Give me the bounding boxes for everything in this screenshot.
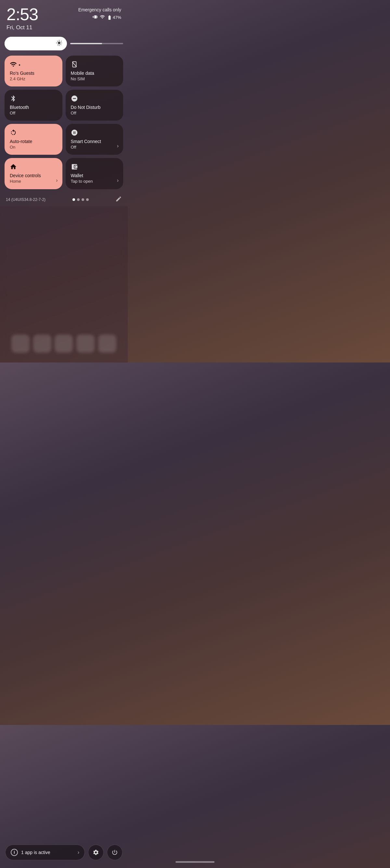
device-controls-icon [10,163,57,170]
dot-2 [77,198,79,201]
wifi-label: Ro's Guests [10,70,57,76]
battery-percent: 47% [113,15,121,20]
wallet-arrow: › [117,178,119,183]
brightness-slider[interactable] [5,37,67,51]
wallet-sub: Tap to open [71,179,118,184]
status-right: Emergency calls only 47% [78,5,121,21]
app-icon-2 [33,335,51,353]
launcher-area [0,207,128,363]
dot-1 [72,198,75,201]
dot-3 [82,198,84,201]
smart-connect-icon [71,129,118,136]
vibrate-icon [93,14,98,21]
svg-line-0 [72,62,76,67]
status-icons: 47% [93,14,121,21]
bottom-row: 14 (U4UIS34.8-22-7-2) [0,190,128,207]
mobile-sub: No SIM [71,76,118,82]
status-bar: 2:53 Fri, Oct 11 Emergency calls only 47… [0,0,128,33]
brightness-track-right[interactable] [70,43,124,44]
wallet-label: Wallet [71,173,118,179]
device-controls-sub: Home [10,179,57,184]
wifi-icon [10,61,57,68]
tile-wifi[interactable]: Ro's Guests 2.4 GHz [5,56,62,87]
smart-connect-label: Smart Connect [71,139,118,145]
smart-connect-sub: Off [71,145,118,150]
app-icon-4 [76,335,95,353]
dnd-icon [71,95,118,102]
smart-connect-arrow: › [117,143,119,149]
emergency-text: Emergency calls only [78,7,121,12]
brightness-fill [5,37,39,51]
tile-smart-connect[interactable]: Smart Connect Off › [66,124,124,155]
tile-device-controls[interactable]: Device controls Home › [5,158,62,189]
battery-icon: 47% [107,15,121,20]
device-controls-arrow: › [56,178,58,183]
wifi-sub: 2.4 GHz [10,76,57,82]
auto-rotate-icon [10,129,57,136]
rotate-label: Auto-rotate [10,139,57,145]
bluetooth-sub: Off [10,111,57,116]
edit-icon[interactable] [116,196,122,204]
tile-wallet[interactable]: Wallet Tap to open › [66,158,124,189]
date: Fri, Oct 11 [6,24,38,31]
app-icon-5 [98,335,116,353]
brightness-row [5,37,123,51]
quick-settings-grid: Ro's Guests 2.4 GHz Mobile data No SIM B… [0,56,128,189]
page-dots [72,198,89,201]
bluetooth-label: Bluetooth [10,105,57,111]
brightness-track-fill [70,43,102,44]
mobile-label: Mobile data [71,70,118,76]
device-controls-label: Device controls [10,173,57,179]
tile-bluetooth[interactable]: Bluetooth Off [5,90,62,121]
brightness-icon [56,40,62,48]
dot-4 [86,198,89,201]
dnd-label: Do Not Disturb [71,105,118,111]
tile-mobile-data[interactable]: Mobile data No SIM [66,56,124,87]
clock: 2:53 [6,5,38,24]
tile-auto-rotate[interactable]: Auto-rotate On [5,124,62,155]
rotate-sub: On [10,145,57,150]
app-icon-1 [11,335,30,353]
wifi-status-icon [100,14,105,21]
tile-dnd[interactable]: Do Not Disturb Off [66,90,124,121]
mobile-data-icon [71,61,118,68]
app-icon-3 [55,335,73,353]
app-icons-hint [0,335,128,353]
bluetooth-icon [10,95,57,102]
version-text: 14 (U4UIS34.8-22-7-2) [6,197,45,202]
dnd-sub: Off [71,111,118,116]
wallet-icon [71,163,118,170]
time-block: 2:53 Fri, Oct 11 [6,5,38,31]
